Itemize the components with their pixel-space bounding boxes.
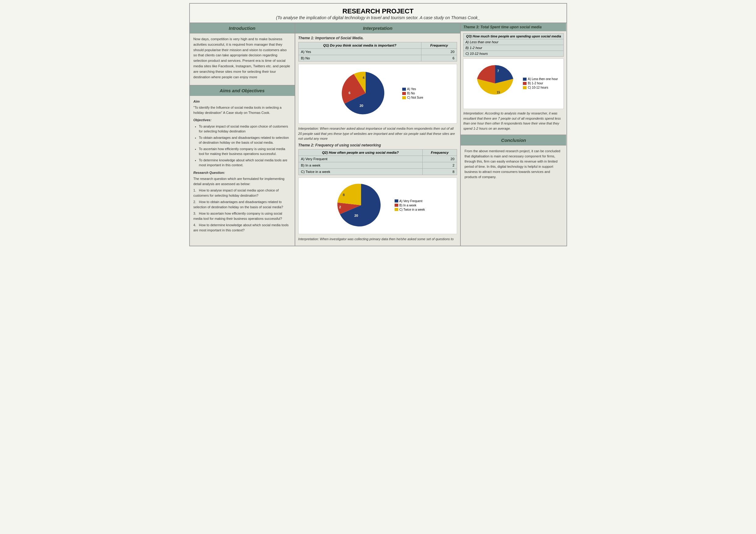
q2-label: Q2) How often people are using social me… bbox=[298, 149, 422, 156]
page-title: RESEARCH PROJECT bbox=[196, 7, 560, 15]
objectives-title: Objectives: bbox=[194, 117, 291, 123]
legend3-c-label: C) 10-12 hours bbox=[528, 86, 548, 89]
q2-row-1: A) Very Frequent 20 bbox=[298, 156, 457, 162]
conclusion-content: From the above mentioned research projec… bbox=[461, 145, 566, 246]
q3-opt-a: A) Less than one hour bbox=[464, 39, 564, 45]
legend2-c-color bbox=[394, 208, 398, 211]
legend2-c: C) Twice in a week bbox=[394, 208, 425, 211]
chart1-legend: A) Yes B) No C) Not Sure bbox=[402, 88, 423, 100]
q1-table: Q1) Do you think social media is importa… bbox=[298, 42, 457, 62]
conclusion-header: Conclusion bbox=[461, 135, 566, 145]
chart3-label-onetwo: 15 bbox=[497, 91, 500, 94]
q3-header-row: Q3) How much time people are spending up… bbox=[464, 34, 564, 39]
legend3-a: A) Less then one hour bbox=[523, 77, 558, 81]
q2-opt-a: A) Very Frequent bbox=[298, 156, 422, 162]
legend-yes-label: A) Yes bbox=[407, 88, 416, 91]
chart1-label-notsure: 4 bbox=[363, 76, 365, 80]
legend-no: B) No bbox=[402, 92, 423, 95]
q1-header-row: Q1) Do you think social media is importa… bbox=[298, 42, 457, 49]
introduction-content: Now days, competition is very high and t… bbox=[190, 34, 295, 85]
q2-freq-a: 20 bbox=[422, 156, 457, 162]
legend2-b-label: B) In a week bbox=[399, 204, 417, 207]
interpretation-header: Interpretation bbox=[295, 23, 460, 34]
columns-container: Introduction Now days, competition is ve… bbox=[190, 22, 566, 246]
q1-freq-header: Frequency bbox=[421, 42, 457, 49]
page-container: RESEARCH PROJECT (To analyse the implica… bbox=[189, 3, 567, 246]
chart2-container: 20 2 8 A) Very Frequent B) In a week bbox=[298, 177, 457, 234]
theme1-header: Theme 1: Importance of Social Media. bbox=[298, 36, 457, 40]
chart1-container: 20 6 4 A) Yes B) No bbox=[298, 64, 457, 124]
chart2-svg: 20 2 8 bbox=[331, 181, 392, 230]
q1-row-2: B) No 6 bbox=[298, 55, 457, 62]
conclusion-text: From the above mentioned research projec… bbox=[464, 149, 562, 180]
chart3-label-less: 7 bbox=[497, 69, 499, 73]
q3-table: Q3) How much time people are spending up… bbox=[463, 33, 564, 57]
introduction-text: Now days, competition is very high and t… bbox=[194, 37, 291, 80]
chart1-label-yes: 20 bbox=[360, 104, 363, 108]
chart2: 20 2 8 bbox=[331, 181, 392, 231]
page-subtitle: (To analyse the implication of digital t… bbox=[196, 15, 560, 20]
interpretation2-text: Interpretation: When investigator was co… bbox=[298, 237, 457, 242]
legend2-c-label: C) Twice in a week bbox=[399, 208, 425, 211]
rq-1: 1. How to analyse impact of social media… bbox=[194, 188, 291, 198]
objective-1: To analyse impact of social media upon c… bbox=[199, 124, 291, 134]
legend-yes: A) Yes bbox=[402, 88, 423, 91]
interpretation3-text: Interpretation: According to analysis ma… bbox=[463, 111, 564, 131]
legend2-b: B) In a week bbox=[394, 204, 425, 207]
page-header: RESEARCH PROJECT (To analyse the implica… bbox=[190, 4, 566, 22]
q1-freq-b: 6 bbox=[421, 55, 457, 62]
legend2-a-label: A) Very Frequent bbox=[399, 199, 423, 203]
q2-header-row: Q2) How often people are using social me… bbox=[298, 149, 457, 156]
chart2-label-vfreq: 20 bbox=[354, 214, 358, 217]
objective-2: To obtain advantages and disadvantages r… bbox=[199, 135, 291, 145]
q2-row-2: B) In a week 2 bbox=[298, 162, 457, 168]
chart1-svg: 20 6 4 bbox=[332, 67, 399, 119]
q3-opt-b: B) 1-2 hour bbox=[464, 45, 564, 51]
right-column: Theme 3: Total Spent time upon social me… bbox=[461, 23, 566, 246]
q3-row-2: B) 1-2 hour bbox=[464, 45, 564, 51]
legend-notsure-color bbox=[402, 96, 406, 99]
theme3-header: Theme 3: Total Spent time upon social me… bbox=[461, 23, 566, 31]
legend2-a-color bbox=[394, 199, 398, 202]
theme2-header: Theme 2: Frequency of using social netwo… bbox=[298, 143, 457, 147]
q3-opt-c: C) 10-12 hours bbox=[464, 51, 564, 57]
q2-opt-c: C) Twice in a week bbox=[298, 168, 422, 175]
legend3-c: C) 10-12 hours bbox=[523, 86, 558, 89]
q1-freq-a: 20 bbox=[421, 49, 457, 55]
aim-title: Aim bbox=[194, 99, 291, 104]
q1-label: Q1) Do you think social media is importa… bbox=[298, 42, 421, 49]
legend-notsure: C) Not Sure bbox=[402, 96, 423, 99]
q2-table: Q2) How often people are using social me… bbox=[298, 149, 457, 175]
rq-4: 4. How to determine knowledge about whic… bbox=[194, 222, 291, 233]
introduction-header: Introduction bbox=[190, 23, 295, 34]
q2-row-3: C) Twice in a week 8 bbox=[298, 168, 457, 175]
chart2-label-twice: 8 bbox=[343, 193, 345, 197]
q3-header: Q3) How much time people are spending up… bbox=[464, 34, 564, 39]
legend2-b-color bbox=[394, 204, 398, 207]
aims-content: Aim "To identify the Influence of social… bbox=[190, 96, 295, 246]
aim-quote: "To identify the Influence of social med… bbox=[194, 105, 291, 115]
left-column: Introduction Now days, competition is ve… bbox=[190, 23, 295, 246]
q2-opt-b: B) In a week bbox=[298, 162, 422, 168]
aims-header: Aims and Objectives bbox=[190, 85, 295, 96]
chart3-svg: 7 15 8 bbox=[469, 61, 521, 106]
legend3-a-label: A) Less then one hour bbox=[528, 77, 558, 81]
q1-row-1: A) Yes 20 bbox=[298, 49, 457, 55]
legend-notsure-label: C) Not Sure bbox=[407, 96, 423, 99]
chart1-label-no: 6 bbox=[349, 91, 350, 95]
middle-column: Interpretation Theme 1: Importance of So… bbox=[295, 23, 461, 246]
objective-3: To ascertain how efficiently company is … bbox=[199, 146, 291, 157]
chart3: 7 15 8 bbox=[469, 61, 521, 107]
q3-row-3: C) 10-12 hours bbox=[464, 51, 564, 57]
mid-content: Theme 1: Importance of Social Media. Q1)… bbox=[295, 34, 460, 246]
interpretation1-text: Interpretation: When researcher asked ab… bbox=[298, 126, 457, 141]
right-content-top: Q3) How much time people are spending up… bbox=[461, 31, 566, 135]
chart2-slice-twice bbox=[337, 184, 361, 205]
q2-freq-b: 2 bbox=[422, 162, 457, 168]
q3-row-1: A) Less than one hour bbox=[464, 39, 564, 45]
research-q-title: Research Question: bbox=[194, 170, 291, 175]
chart2-legend: A) Very Frequent B) In a week C) Twice i… bbox=[394, 199, 425, 212]
rq-2: 2. How to obtain advantages and disadvan… bbox=[194, 199, 291, 210]
objectives-list: To analyse impact of social media upon c… bbox=[199, 124, 291, 168]
chart3-legend: A) Less then one hour B) 1-2 hour C) 10-… bbox=[523, 77, 558, 90]
